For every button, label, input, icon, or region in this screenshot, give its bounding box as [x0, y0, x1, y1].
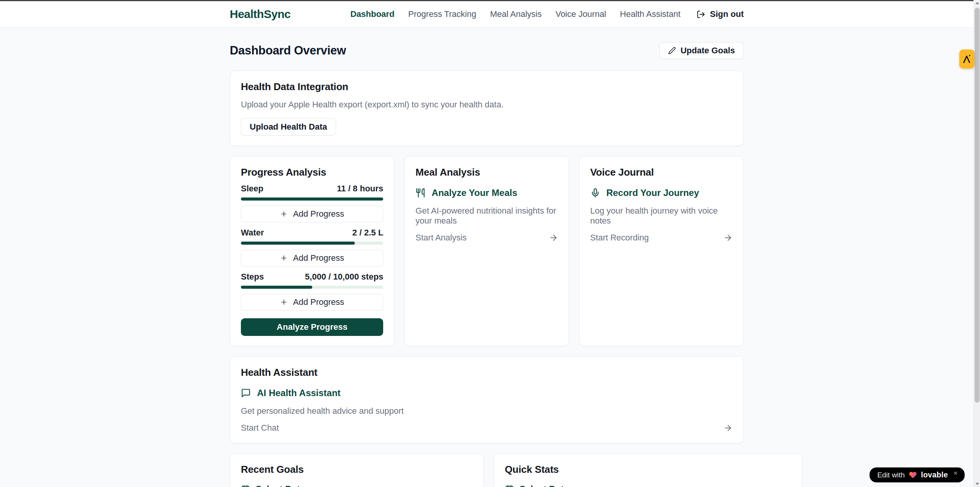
- health-assistant-card: Health Assistant AI Health Assistant Get…: [230, 356, 744, 443]
- ai-health-assistant-link[interactable]: AI Health Assistant: [241, 388, 733, 398]
- select-date-label: Select Date: [255, 484, 305, 487]
- scrollbar-thumb[interactable]: [975, 8, 980, 403]
- steps-progress-track: [241, 286, 383, 289]
- edit-with-lovable-badge[interactable]: Edit with lovable ✕: [870, 467, 965, 482]
- integration-title: Health Data Integration: [241, 81, 733, 93]
- water-value: 2 / 2.5 L: [352, 228, 384, 238]
- lovable-sidebar-button[interactable]: [959, 49, 975, 69]
- app-logo: HealthSync: [230, 8, 290, 21]
- select-date-label: Select Date: [519, 484, 569, 487]
- start-recording-action[interactable]: Start Recording: [590, 233, 733, 243]
- progress-analysis-card: Progress Analysis Sleep 11 / 8 hours Add…: [230, 156, 394, 346]
- sleep-progress-track: [241, 197, 383, 201]
- start-chat-action[interactable]: Start Chat: [241, 423, 733, 433]
- plus-icon: [280, 254, 288, 262]
- integration-description: Upload your Apple Health export (export.…: [241, 100, 733, 110]
- health-data-integration-card: Health Data Integration Upload your Appl…: [230, 71, 744, 146]
- page-title: Dashboard Overview: [230, 44, 346, 58]
- calendar-icon: [241, 485, 250, 487]
- water-progress-fill: [241, 242, 355, 245]
- microphone-icon: [590, 188, 600, 198]
- sleep-add-progress-button[interactable]: Add Progress: [241, 206, 383, 222]
- start-analysis-label: Start Analysis: [415, 233, 466, 243]
- sign-out-label: Sign out: [710, 9, 744, 19]
- analyze-your-meals-link[interactable]: Analyze Your Meals: [415, 188, 558, 198]
- recent-goals-title: Recent Goals: [241, 464, 473, 475]
- assistant-description: Get personalized health advice and suppo…: [241, 406, 733, 416]
- water-add-progress-button[interactable]: Add Progress: [241, 250, 383, 267]
- steps-add-progress-button[interactable]: Add Progress: [241, 294, 383, 311]
- arrow-right-icon: [723, 233, 733, 242]
- add-progress-label: Add Progress: [293, 297, 344, 307]
- start-recording-label: Start Recording: [590, 233, 649, 243]
- analyze-progress-button[interactable]: Analyze Progress: [241, 318, 383, 336]
- steps-metric: Steps 5,000 / 10,000 steps Add Progress: [241, 272, 383, 311]
- arrow-right-icon: [549, 233, 558, 242]
- recent-goals-select-date[interactable]: Select Date: [241, 484, 473, 487]
- vertical-scrollbar[interactable]: [973, 0, 980, 487]
- meal-title: Meal Analysis: [415, 166, 558, 178]
- top-navbar: HealthSync Dashboard Progress Tracking M…: [0, 1, 973, 28]
- progress-title: Progress Analysis: [241, 166, 383, 178]
- voice-journal-card: Voice Journal Record Your Journey Log yo…: [579, 156, 744, 346]
- upload-health-data-button[interactable]: Upload Health Data: [241, 118, 336, 136]
- lovable-heart-icon: [909, 471, 917, 479]
- arrow-right-icon: [723, 423, 733, 433]
- quick-stats-card: Quick Stats Select Date Today Yesterday …: [494, 453, 802, 487]
- lovable-label: lovable: [921, 471, 948, 479]
- scrollbar-up-arrow[interactable]: [974, 0, 980, 6]
- quick-stats-title: Quick Stats: [505, 464, 791, 475]
- record-your-journey-label: Record Your Journey: [606, 188, 699, 198]
- start-analysis-action[interactable]: Start Analysis: [415, 233, 558, 243]
- nav-dashboard[interactable]: Dashboard: [350, 9, 394, 19]
- plus-icon: [280, 298, 288, 306]
- nav-voice-journal[interactable]: Voice Journal: [555, 9, 606, 19]
- pencil-icon: [668, 47, 676, 54]
- recent-goals-card: Recent Goals Select Date Today Yesterday…: [230, 453, 484, 487]
- steps-label: Steps: [241, 272, 264, 282]
- plus-icon: [280, 210, 288, 218]
- meal-analysis-card: Meal Analysis Analyze Your Meals Get AI-…: [404, 156, 569, 346]
- meal-description: Get AI-powered nutritional insights for …: [415, 206, 558, 226]
- water-metric: Water 2 / 2.5 L Add Progress: [241, 228, 383, 267]
- sleep-progress-fill: [241, 197, 383, 201]
- add-progress-label: Add Progress: [293, 253, 344, 263]
- steps-value: 5,000 / 10,000 steps: [305, 272, 383, 282]
- sleep-label: Sleep: [241, 184, 264, 194]
- sleep-value: 11 / 8 hours: [337, 184, 383, 194]
- utensils-icon: [415, 188, 425, 198]
- analyze-your-meals-label: Analyze Your Meals: [432, 188, 517, 198]
- sign-out-button[interactable]: Sign out: [697, 9, 744, 19]
- scrollbar-down-arrow[interactable]: [974, 481, 980, 487]
- water-label: Water: [241, 228, 264, 238]
- nav-progress-tracking[interactable]: Progress Tracking: [408, 9, 476, 19]
- edit-with-label: Edit with: [877, 471, 905, 479]
- add-progress-label: Add Progress: [293, 209, 344, 219]
- water-progress-track: [241, 242, 383, 245]
- record-your-journey-link[interactable]: Record Your Journey: [590, 188, 733, 198]
- voice-description: Log your health journey with voice notes: [590, 206, 733, 226]
- sleep-metric: Sleep 11 / 8 hours Add Progress: [241, 184, 383, 222]
- update-goals-label: Update Goals: [680, 46, 735, 56]
- dashboard-main: Dashboard Overview Update Goals Health D…: [230, 42, 744, 487]
- assistant-title: Health Assistant: [241, 367, 733, 378]
- badge-close-icon[interactable]: ✕: [953, 471, 958, 476]
- steps-progress-fill: [241, 286, 312, 289]
- calendar-icon: [505, 485, 514, 487]
- main-nav: Dashboard Progress Tracking Meal Analysi…: [350, 9, 744, 19]
- lovable-logo-icon: [962, 54, 972, 64]
- start-chat-label: Start Chat: [241, 423, 279, 433]
- update-goals-button[interactable]: Update Goals: [659, 42, 744, 59]
- chat-bubble-icon: [241, 388, 251, 398]
- ai-health-assistant-label: AI Health Assistant: [257, 388, 341, 398]
- nav-health-assistant[interactable]: Health Assistant: [620, 9, 680, 19]
- nav-meal-analysis[interactable]: Meal Analysis: [490, 9, 542, 19]
- voice-title: Voice Journal: [590, 166, 733, 178]
- log-out-icon: [697, 10, 705, 19]
- quick-stats-select-date[interactable]: Select Date: [505, 484, 791, 487]
